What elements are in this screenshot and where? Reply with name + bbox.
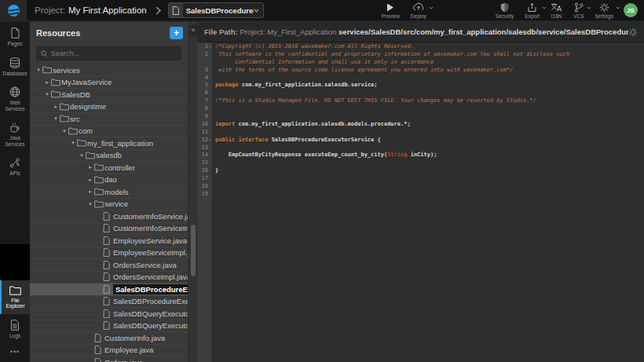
file-icon [103, 321, 113, 330]
chevron-down-icon[interactable]: ▾ [78, 152, 86, 159]
preview-button[interactable]: Preview [376, 0, 405, 21]
line-number: 1 [198, 43, 208, 51]
resources-panel: Resources + ▾services▸MyJavaService▾Sale… [30, 22, 188, 362]
file-icon [94, 358, 104, 362]
tree-item[interactable]: ▾SalesDB [30, 89, 188, 101]
tree-item[interactable]: ▸designtime [30, 101, 188, 114]
tree-item[interactable]: ▾salesdb [30, 150, 188, 163]
chevron-down-icon[interactable]: ▾ [86, 201, 94, 207]
code-line[interactable]: 16} [198, 167, 644, 175]
search-container [30, 44, 188, 64]
play-icon [386, 2, 394, 13]
code-line[interactable]: 11 [198, 129, 644, 137]
line-number: 7 [198, 97, 208, 105]
chevron-down-icon[interactable]: ▾ [52, 115, 60, 122]
open-file-dropdown[interactable]: SalesDBProcedureE... [168, 2, 264, 18]
chevron-right-icon[interactable]: ▸ [86, 188, 94, 195]
line-number: 10 [198, 121, 208, 129]
chevron-right-icon[interactable]: ▸ [43, 79, 51, 86]
sidebar-item-apis[interactable]: APIs [0, 152, 30, 181]
tree-item[interactable]: OrdersService.java [30, 259, 188, 272]
code-line[interactable]: 4 [198, 75, 644, 82]
search-input[interactable] [51, 49, 169, 57]
code-line[interactable]: 10import com.my_first_application.salesd… [198, 121, 644, 129]
add-resource-button[interactable]: + [170, 27, 183, 39]
tree-item[interactable]: CustomerInfoServiceImpl.java [30, 223, 188, 236]
tree-item[interactable]: CustomerInfo.java [30, 332, 188, 345]
sidebar-item-pages[interactable]: Pages [0, 22, 30, 52]
code-text [212, 75, 215, 82]
code-line[interactable]: 19 [198, 191, 644, 199]
tree-item[interactable]: ▸dao [30, 174, 188, 187]
code-line[interactable]: 3 with the terms of the source code lice… [198, 67, 644, 75]
sidebar-item-label: APIs [9, 170, 20, 177]
tree-item[interactable]: ▾my_first_application [30, 137, 188, 150]
user-avatar[interactable]: JS [624, 3, 638, 17]
search-box[interactable] [36, 46, 181, 60]
sidebar-item-web-services[interactable]: Web Services [0, 81, 30, 116]
settings-button[interactable]: Settings [590, 0, 620, 21]
code-line[interactable]: 13 [198, 144, 644, 152]
tree-item[interactable]: ▸models [30, 186, 188, 199]
tree-item[interactable]: EmployeeService.java [30, 235, 188, 247]
wavemaker-logo[interactable] [0, 0, 27, 20]
tree-item[interactable]: EmployeeServiceImpl.java [30, 247, 188, 260]
tree-item[interactable]: OrdersServiceImpl.java [30, 272, 188, 284]
tree-item[interactable]: SalesDBQueryExecutorServiceImpl.java [30, 320, 188, 333]
tree-item[interactable]: ▾src [30, 113, 188, 126]
code-line[interactable]: 14 EmpCountByCityResponse executeEmp_cou… [198, 152, 644, 159]
preview-label: Preview [382, 13, 400, 19]
sidebar-item-file-explorer[interactable]: File Explorer [0, 280, 30, 314]
sidebar-item-java-services[interactable]: Java Services [0, 116, 30, 152]
tree-item[interactable]: ▾com [30, 126, 188, 138]
chevron-down-icon[interactable]: ▾ [43, 91, 51, 97]
tree-item[interactable]: SalesDBProcedureExecutorService.java [30, 283, 188, 296]
tree-item[interactable]: Orders.java [30, 357, 188, 362]
chevron-right-icon[interactable]: ▸ [86, 177, 94, 183]
chevron-down-icon[interactable]: ▾ [60, 128, 68, 134]
tree-item[interactable]: ▸controller [30, 162, 188, 174]
tree-item[interactable]: ▾service [30, 199, 188, 211]
file-icon [103, 212, 113, 221]
code-text: with the terms of the source code licens… [212, 67, 513, 75]
editor-settings-button[interactable] [628, 27, 638, 37]
code-line[interactable]: 15 [198, 159, 644, 167]
sidebar-item-databases[interactable]: Databases [0, 52, 30, 82]
sidebar-more-button[interactable]: ••• [0, 343, 30, 362]
code-area[interactable]: 1▾/*Copyright (c) 2015-2016 wavemaker.co… [198, 42, 644, 362]
deploy-label: Deploy [411, 13, 426, 19]
code-text: EmpCountByCityResponse executeEmp_count_… [212, 152, 437, 159]
code-line[interactable]: 1▾/*Copyright (c) 2015-2016 wavemaker.co… [198, 43, 644, 51]
export-button[interactable]: Export [519, 0, 545, 21]
tree-item[interactable]: ▸MyJavaService [30, 77, 188, 90]
tree-item[interactable]: SalesDBQueryExecutorService.java [30, 308, 188, 320]
tree-item[interactable]: ▾services [30, 64, 188, 77]
code-line[interactable]: 6 [198, 90, 644, 97]
code-line[interactable]: 9 [198, 113, 644, 121]
security-button[interactable]: Security [490, 0, 519, 21]
tree-item-label: SalesDB [61, 90, 90, 99]
code-line[interactable]: 12▾public interface SalesDBProcedureExec… [198, 137, 644, 144]
vcs-button[interactable]: VCS [568, 0, 589, 21]
tree-item-label: SalesDBProcedureExecutorServiceImpl.java [113, 297, 188, 305]
chevron-right-icon[interactable]: ▸ [52, 104, 60, 110]
chevron-right-icon[interactable]: ▸ [86, 164, 94, 170]
code-line[interactable]: 2 This software is the confidential and … [198, 51, 644, 59]
code-line[interactable]: 5package com.my_first_application.salesd… [198, 82, 644, 90]
tree-item[interactable]: SalesDBProcedureExecutorServiceImpl.java [30, 296, 188, 309]
tree-scrollbar[interactable] [191, 225, 196, 276]
code-line[interactable]: 7/*This is a Studio Managed File. DO NOT… [198, 97, 644, 105]
code-line[interactable]: 8 [198, 105, 644, 113]
sidebar-divider [0, 244, 30, 280]
i18n-button[interactable]: I18N [545, 0, 568, 21]
sidebar-item-logs[interactable]: Logs [0, 314, 30, 344]
code-line[interactable]: Confidential Information and shall use i… [198, 59, 644, 67]
deploy-button[interactable]: Deploy [405, 0, 432, 21]
code-line[interactable]: 18 [198, 183, 644, 191]
chevron-down-icon[interactable]: ▾ [35, 67, 42, 73]
collapse-panel-button[interactable]: « [189, 25, 198, 36]
code-line[interactable]: 17 [198, 175, 644, 183]
tree-item[interactable]: CustomerInfoService.java [30, 210, 188, 223]
chevron-down-icon[interactable]: ▾ [69, 140, 77, 146]
tree-item[interactable]: Employee.java [30, 345, 188, 357]
